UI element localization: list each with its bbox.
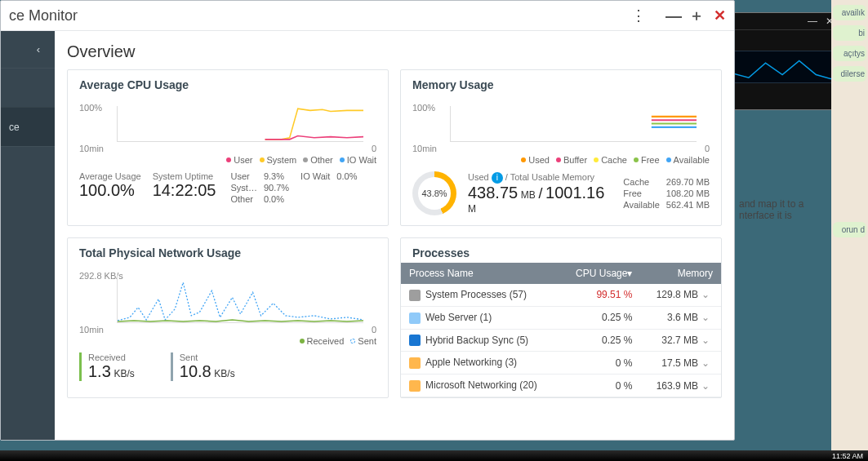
kebab-menu-icon[interactable]: ⋮ [625,0,652,31]
net-sent: 10.8 [180,362,211,380]
process-name: Hybrid Backup Sync (5) [425,335,528,346]
cpu-chart: 100% 10min 0 [79,103,376,153]
process-mem: 32.7 MB [661,335,698,346]
titlebar: ce Monitor ⋮ — ＋ ✕ [1,1,734,31]
sidebar-item-active[interactable]: ce [1,107,55,146]
network-chart: 292.8 KB/s 10min 0 [79,271,376,335]
table-row[interactable]: Hybrid Backup Sync (5)0.25 %32.7 MB⌄ [401,329,721,352]
behind-text-1: and map it to a [739,198,803,210]
memory-chart: 100% 10min 0 [412,103,710,153]
process-mem: 3.6 MB [667,312,698,323]
processes-card-title: Processes [401,238,721,263]
chat-chip: bi [833,25,866,41]
sidebar: ‹ ce [1,31,55,440]
memory-ring: 43.8% [412,171,456,215]
memory-card: Memory Usage 100% 10min 0 [400,69,722,226]
table-row[interactable]: System Processes (57)99.51 %129.8 MB⌄ [401,284,721,306]
cpu-uptime-value: 14:22:05 [153,181,216,200]
page-title: Overview [67,31,722,69]
process-cpu: 0.25 % [560,329,641,352]
cpu-card: Average CPU Usage 100% 10min 0 [67,69,389,226]
content-area: Overview Average CPU Usage 100% 10min 0 [55,31,734,440]
network-legend: Received Sent [79,336,376,346]
expand-icon[interactable]: ⌄ [698,357,713,369]
process-name: System Processes (57) [425,289,527,300]
process-icon [409,290,421,301]
table-row[interactable]: Microsoft Networking (20)0 %163.9 MB⌄ [401,375,721,397]
process-mem: 163.9 MB [657,380,698,392]
cpu-average-value: 100.0% [79,181,141,200]
resource-monitor-window: ce Monitor ⋮ — ＋ ✕ ‹ ce Overview Average… [0,0,735,441]
minimize-button[interactable]: — [667,9,680,22]
chat-chip: availık [833,5,866,20]
th-cpu-usage[interactable]: CPU Usage▾ [560,263,641,284]
expand-icon[interactable]: ⌄ [698,380,713,392]
process-mem: 17.5 MB [661,357,698,369]
expand-icon[interactable]: ⌄ [698,312,713,323]
chat-chip: dilerse [833,66,866,82]
process-name: Apple Networking (3) [425,357,517,368]
memory-card-title: Memory Usage [401,70,721,95]
sidebar-item[interactable] [1,68,55,107]
th-memory[interactable]: Memory [640,263,721,284]
taskbar-clock: 11:52 AM [832,452,863,460]
expand-icon[interactable]: ⌄ [698,335,713,346]
taskbar[interactable]: 11:52 AM [0,450,868,461]
behind-text-2: nterface it is [739,210,803,221]
process-cpu: 0.25 % [560,306,641,329]
process-cpu: 0 % [560,375,641,397]
table-row[interactable]: Apple Networking (3)0 %17.5 MB⌄ [401,352,721,375]
process-cpu: 0 % [560,352,641,375]
process-mem: 129.8 MB [657,289,698,300]
chat-chip: orun d [833,222,866,237]
process-table: Process Name CPU Usage▾ Memory System Pr… [401,263,721,397]
memory-legend: Used Buffer Cache Free Available [412,155,710,165]
memory-total: 1001.16 [545,184,604,202]
table-row[interactable]: Web Server (1)0.25 %3.6 MB⌄ [401,306,721,329]
network-card: Total Physical Network Usage 292.8 KB/s … [67,237,389,398]
cpu-card-title: Average CPU Usage [68,70,388,95]
process-icon [409,313,421,324]
network-card-title: Total Physical Network Usage [68,238,388,263]
chat-chip: açıtys [833,46,866,61]
expand-icon[interactable]: ⌄ [698,289,713,300]
process-icon [409,380,421,392]
process-cpu: 99.51 % [560,284,641,306]
window-title: ce Monitor [9,7,625,24]
sidebar-collapse-button[interactable]: ‹ [1,31,55,68]
maximize-button[interactable]: ＋ [690,9,703,22]
memory-used: 438.75 [468,184,518,202]
bgwin-controls[interactable]: — ✕ [808,16,834,27]
sidebar-item-label: ce [9,122,20,133]
process-icon [409,335,421,346]
process-icon [409,357,421,369]
info-icon[interactable]: i [492,172,503,184]
chevron-left-icon: ‹ [37,43,40,55]
th-process-name[interactable]: Process Name [401,263,560,284]
close-button[interactable]: ✕ [713,9,726,22]
cpu-legend: User System Other IO Wait [79,155,376,165]
sidebar-item[interactable] [1,146,55,185]
chat-strip: availık bi açıtys dilerse orun d [831,0,868,450]
process-name: Microsoft Networking (20) [425,379,537,391]
net-received: 1.3 [88,362,111,380]
processes-card: Processes Process Name CPU Usage▾ Memory… [400,237,722,398]
process-name: Web Server (1) [425,312,492,323]
